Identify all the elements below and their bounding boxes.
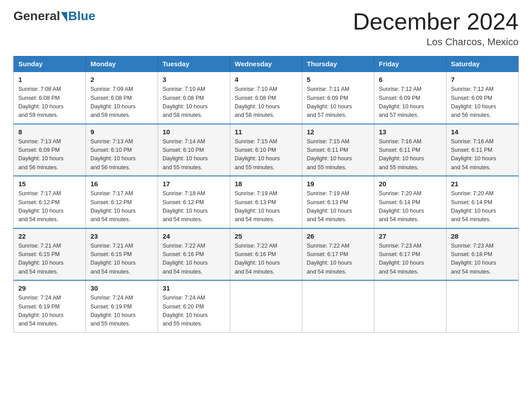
calendar-cell: 22Sunrise: 7:21 AMSunset: 6:15 PMDayligh… — [14, 228, 86, 281]
day-number: 6 — [379, 76, 442, 83]
day-info: Sunrise: 7:13 AMSunset: 6:09 PMDaylight:… — [18, 137, 81, 172]
calendar-cell: 13Sunrise: 7:16 AMSunset: 6:11 PMDayligh… — [374, 124, 446, 176]
calendar-cell: 18Sunrise: 7:19 AMSunset: 6:13 PMDayligh… — [230, 176, 302, 228]
calendar-cell: 23Sunrise: 7:21 AMSunset: 6:15 PMDayligh… — [86, 228, 158, 281]
header-wednesday: Wednesday — [230, 56, 302, 72]
day-number: 19 — [307, 180, 369, 188]
calendar-table: Sunday Monday Tuesday Wednesday Thursday… — [13, 56, 519, 333]
day-number: 20 — [379, 180, 442, 188]
day-number: 7 — [451, 76, 514, 83]
calendar-week-row: 8Sunrise: 7:13 AMSunset: 6:09 PMDaylight… — [14, 124, 519, 176]
calendar-cell: 26Sunrise: 7:22 AMSunset: 6:17 PMDayligh… — [302, 228, 374, 281]
calendar-cell: 20Sunrise: 7:20 AMSunset: 6:14 PMDayligh… — [374, 176, 446, 228]
title-area: December 2024 Los Charcos, Mexico — [353, 9, 519, 48]
day-info: Sunrise: 7:19 AMSunset: 6:13 PMDaylight:… — [307, 189, 369, 224]
calendar-cell: 19Sunrise: 7:19 AMSunset: 6:13 PMDayligh… — [302, 176, 374, 228]
day-number: 1 — [18, 76, 81, 83]
day-number: 5 — [307, 76, 369, 83]
header-tuesday: Tuesday — [158, 56, 230, 72]
day-number: 22 — [18, 232, 81, 240]
day-number: 25 — [235, 232, 297, 240]
day-info: Sunrise: 7:10 AMSunset: 6:08 PMDaylight:… — [163, 85, 225, 120]
day-number: 21 — [451, 180, 514, 188]
calendar-cell — [302, 280, 374, 332]
day-number: 16 — [90, 180, 153, 188]
day-number: 26 — [307, 232, 369, 240]
day-info: Sunrise: 7:17 AMSunset: 6:12 PMDaylight:… — [18, 189, 81, 224]
month-year-title: December 2024 — [353, 9, 519, 34]
calendar-cell: 9Sunrise: 7:13 AMSunset: 6:10 PMDaylight… — [86, 124, 158, 176]
calendar-cell: 16Sunrise: 7:17 AMSunset: 6:12 PMDayligh… — [86, 176, 158, 228]
day-number: 11 — [235, 128, 297, 136]
calendar-cell: 4Sunrise: 7:10 AMSunset: 6:08 PMDaylight… — [230, 72, 302, 124]
day-number: 10 — [163, 128, 225, 136]
calendar-cell: 17Sunrise: 7:18 AMSunset: 6:12 PMDayligh… — [158, 176, 230, 228]
day-number: 4 — [235, 76, 297, 83]
calendar-week-row: 15Sunrise: 7:17 AMSunset: 6:12 PMDayligh… — [14, 176, 519, 228]
page-header: General Blue December 2024 Los Charcos, … — [13, 9, 519, 48]
day-info: Sunrise: 7:24 AMSunset: 6:19 PMDaylight:… — [18, 294, 81, 329]
calendar-cell: 2Sunrise: 7:09 AMSunset: 6:08 PMDaylight… — [86, 72, 158, 124]
day-info: Sunrise: 7:20 AMSunset: 6:14 PMDaylight:… — [451, 189, 514, 224]
calendar-cell: 11Sunrise: 7:15 AMSunset: 6:10 PMDayligh… — [230, 124, 302, 176]
header-thursday: Thursday — [302, 56, 374, 72]
calendar-week-row: 1Sunrise: 7:08 AMSunset: 6:08 PMDaylight… — [14, 72, 519, 124]
day-info: Sunrise: 7:14 AMSunset: 6:10 PMDaylight:… — [163, 137, 225, 172]
day-number: 24 — [163, 232, 225, 240]
day-info: Sunrise: 7:08 AMSunset: 6:08 PMDaylight:… — [18, 85, 81, 120]
day-info: Sunrise: 7:21 AMSunset: 6:15 PMDaylight:… — [18, 242, 81, 277]
calendar-cell: 10Sunrise: 7:14 AMSunset: 6:10 PMDayligh… — [158, 124, 230, 176]
calendar-week-row: 29Sunrise: 7:24 AMSunset: 6:19 PMDayligh… — [14, 280, 519, 332]
day-info: Sunrise: 7:19 AMSunset: 6:13 PMDaylight:… — [235, 189, 297, 224]
calendar-cell: 12Sunrise: 7:15 AMSunset: 6:11 PMDayligh… — [302, 124, 374, 176]
day-info: Sunrise: 7:15 AMSunset: 6:10 PMDaylight:… — [235, 137, 297, 172]
day-number: 15 — [18, 180, 81, 188]
day-info: Sunrise: 7:12 AMSunset: 6:09 PMDaylight:… — [379, 85, 442, 120]
calendar-cell: 6Sunrise: 7:12 AMSunset: 6:09 PMDaylight… — [374, 72, 446, 124]
calendar-cell: 30Sunrise: 7:24 AMSunset: 6:19 PMDayligh… — [86, 280, 158, 332]
day-info: Sunrise: 7:11 AMSunset: 6:09 PMDaylight:… — [307, 85, 369, 120]
day-number: 14 — [451, 128, 514, 136]
calendar-cell: 28Sunrise: 7:23 AMSunset: 6:18 PMDayligh… — [446, 228, 519, 281]
header-monday: Monday — [86, 56, 158, 72]
calendar-cell: 7Sunrise: 7:12 AMSunset: 6:09 PMDaylight… — [446, 72, 519, 124]
calendar-cell: 3Sunrise: 7:10 AMSunset: 6:08 PMDaylight… — [158, 72, 230, 124]
day-number: 3 — [163, 76, 225, 83]
logo: General Blue — [13, 9, 95, 23]
day-number: 31 — [163, 284, 225, 292]
calendar-cell — [374, 280, 446, 332]
logo-general-text: General — [13, 9, 60, 23]
day-number: 30 — [90, 284, 153, 292]
logo-triangle-icon — [61, 12, 67, 22]
calendar-cell: 1Sunrise: 7:08 AMSunset: 6:08 PMDaylight… — [14, 72, 86, 124]
calendar-cell — [230, 280, 302, 332]
day-info: Sunrise: 7:16 AMSunset: 6:11 PMDaylight:… — [379, 137, 442, 172]
day-info: Sunrise: 7:16 AMSunset: 6:11 PMDaylight:… — [451, 137, 514, 172]
day-number: 27 — [379, 232, 442, 240]
calendar-cell: 14Sunrise: 7:16 AMSunset: 6:11 PMDayligh… — [446, 124, 519, 176]
day-info: Sunrise: 7:21 AMSunset: 6:15 PMDaylight:… — [90, 242, 153, 277]
calendar-header-row: Sunday Monday Tuesday Wednesday Thursday… — [14, 56, 519, 72]
day-info: Sunrise: 7:23 AMSunset: 6:17 PMDaylight:… — [379, 242, 442, 277]
day-info: Sunrise: 7:20 AMSunset: 6:14 PMDaylight:… — [379, 189, 442, 224]
day-number: 13 — [379, 128, 442, 136]
day-info: Sunrise: 7:09 AMSunset: 6:08 PMDaylight:… — [90, 85, 153, 120]
day-number: 9 — [90, 128, 153, 136]
logo-blue-text: Blue — [68, 9, 95, 23]
calendar-cell: 27Sunrise: 7:23 AMSunset: 6:17 PMDayligh… — [374, 228, 446, 281]
header-saturday: Saturday — [446, 56, 519, 72]
day-info: Sunrise: 7:23 AMSunset: 6:18 PMDaylight:… — [451, 242, 514, 277]
calendar-cell: 24Sunrise: 7:22 AMSunset: 6:16 PMDayligh… — [158, 228, 230, 281]
calendar-cell: 31Sunrise: 7:24 AMSunset: 6:20 PMDayligh… — [158, 280, 230, 332]
calendar-cell: 21Sunrise: 7:20 AMSunset: 6:14 PMDayligh… — [446, 176, 519, 228]
calendar-cell — [446, 280, 519, 332]
day-info: Sunrise: 7:12 AMSunset: 6:09 PMDaylight:… — [451, 85, 514, 120]
day-info: Sunrise: 7:15 AMSunset: 6:11 PMDaylight:… — [307, 137, 369, 172]
day-info: Sunrise: 7:24 AMSunset: 6:20 PMDaylight:… — [163, 294, 225, 329]
day-number: 29 — [18, 284, 81, 292]
day-number: 2 — [90, 76, 153, 83]
calendar-cell: 8Sunrise: 7:13 AMSunset: 6:09 PMDaylight… — [14, 124, 86, 176]
day-number: 17 — [163, 180, 225, 188]
day-info: Sunrise: 7:13 AMSunset: 6:10 PMDaylight:… — [90, 137, 153, 172]
day-number: 18 — [235, 180, 297, 188]
